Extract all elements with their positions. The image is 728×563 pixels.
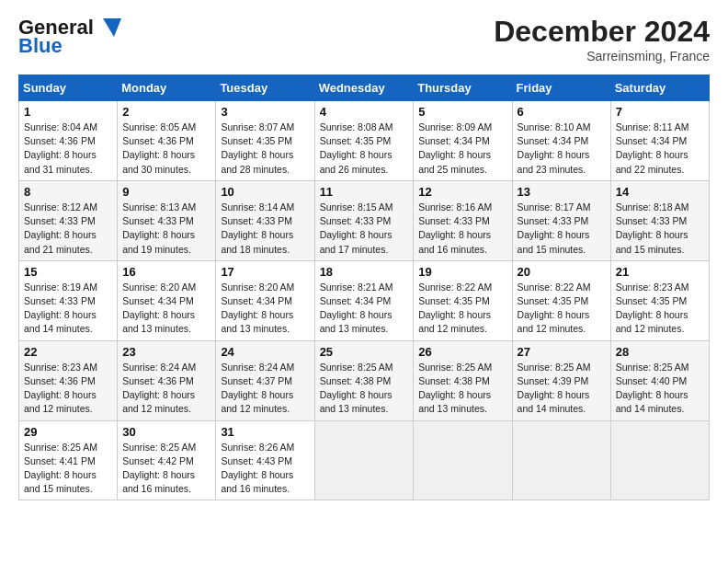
calendar-cell: 18Sunrise: 8:21 AMSunset: 4:34 PMDayligh…	[314, 260, 414, 340]
day-info: Sunrise: 8:10 AMSunset: 4:34 PMDaylight:…	[518, 121, 606, 177]
weekday-header-sunday: Sunday	[19, 75, 118, 101]
daylight-text: Daylight: 8 hours and 18 minutes.	[221, 229, 293, 254]
sunset-text: Sunset: 4:33 PM	[24, 295, 96, 306]
day-number: 7	[616, 105, 704, 119]
day-info: Sunrise: 8:26 AMSunset: 4:43 PMDaylight:…	[221, 441, 309, 497]
day-info: Sunrise: 8:04 AMSunset: 4:36 PMDaylight:…	[24, 121, 112, 177]
sunset-text: Sunset: 4:33 PM	[320, 215, 392, 226]
sunset-text: Sunset: 4:34 PM	[320, 295, 392, 306]
sunset-text: Sunset: 4:34 PM	[122, 295, 194, 306]
calendar-cell	[414, 420, 512, 500]
day-info: Sunrise: 8:25 AMSunset: 4:40 PMDaylight:…	[616, 361, 704, 417]
sunrise-text: Sunrise: 8:12 AM	[24, 201, 97, 213]
day-info: Sunrise: 8:22 AMSunset: 4:35 PMDaylight:…	[518, 281, 606, 337]
calendar-cell	[314, 420, 414, 500]
sunset-text: Sunset: 4:37 PM	[221, 375, 292, 386]
daylight-text: Daylight: 8 hours and 28 minutes.	[221, 149, 293, 174]
sunrise-text: Sunrise: 8:15 AM	[320, 201, 393, 213]
sunset-text: Sunset: 4:34 PM	[616, 135, 688, 146]
sunset-text: Sunset: 4:36 PM	[122, 135, 194, 146]
sunset-text: Sunset: 4:43 PM	[221, 455, 292, 466]
daylight-text: Daylight: 8 hours and 13 minutes.	[320, 389, 392, 414]
svg-marker-0	[103, 18, 121, 37]
daylight-text: Daylight: 8 hours and 23 minutes.	[518, 149, 590, 174]
daylight-text: Daylight: 8 hours and 26 minutes.	[320, 149, 392, 174]
daylight-text: Daylight: 8 hours and 21 minutes.	[24, 229, 97, 254]
calendar-cell: 23Sunrise: 8:24 AMSunset: 4:36 PMDayligh…	[118, 340, 216, 420]
calendar-cell: 5Sunrise: 8:09 AMSunset: 4:34 PMDaylight…	[414, 101, 512, 181]
calendar-cell: 11Sunrise: 8:15 AMSunset: 4:33 PMDayligh…	[314, 180, 414, 260]
day-number: 24	[221, 345, 309, 359]
day-number: 13	[518, 185, 606, 199]
daylight-text: Daylight: 8 hours and 22 minutes.	[616, 149, 688, 174]
day-number: 8	[24, 185, 112, 199]
page-header: General Blue December 2024 Sarreinsming,…	[18, 15, 710, 63]
day-info: Sunrise: 8:12 AMSunset: 4:33 PMDaylight:…	[24, 201, 112, 257]
daylight-text: Daylight: 8 hours and 25 minutes.	[418, 149, 491, 174]
day-number: 6	[518, 105, 606, 119]
day-number: 17	[221, 265, 309, 279]
day-info: Sunrise: 8:19 AMSunset: 4:33 PMDaylight:…	[24, 281, 112, 337]
calendar-cell: 21Sunrise: 8:23 AMSunset: 4:35 PMDayligh…	[610, 260, 709, 340]
daylight-text: Daylight: 8 hours and 15 minutes.	[518, 229, 590, 254]
sunrise-text: Sunrise: 8:22 AM	[418, 282, 492, 293]
sunrise-text: Sunrise: 8:04 AM	[24, 121, 97, 132]
day-number: 30	[122, 425, 210, 439]
day-info: Sunrise: 8:25 AMSunset: 4:38 PMDaylight:…	[418, 361, 506, 417]
sunrise-text: Sunrise: 8:21 AM	[320, 282, 393, 293]
calendar-week-2: 8Sunrise: 8:12 AMSunset: 4:33 PMDaylight…	[19, 180, 710, 260]
calendar-cell: 30Sunrise: 8:25 AMSunset: 4:42 PMDayligh…	[118, 420, 216, 500]
day-info: Sunrise: 8:25 AMSunset: 4:38 PMDaylight:…	[320, 361, 409, 417]
sunrise-text: Sunrise: 8:25 AM	[518, 362, 591, 373]
day-info: Sunrise: 8:20 AMSunset: 4:34 PMDaylight:…	[122, 281, 210, 337]
calendar-week-5: 29Sunrise: 8:25 AMSunset: 4:41 PMDayligh…	[19, 420, 710, 500]
day-number: 27	[518, 345, 606, 359]
sunset-text: Sunset: 4:33 PM	[221, 215, 292, 226]
day-info: Sunrise: 8:05 AMSunset: 4:36 PMDaylight:…	[122, 121, 210, 177]
day-number: 21	[616, 265, 704, 279]
calendar-cell: 7Sunrise: 8:11 AMSunset: 4:34 PMDaylight…	[610, 101, 709, 181]
sunrise-text: Sunrise: 8:19 AM	[24, 282, 97, 293]
day-number: 29	[24, 425, 112, 439]
calendar-table: SundayMondayTuesdayWednesdayThursdayFrid…	[18, 75, 710, 500]
daylight-text: Daylight: 8 hours and 13 minutes.	[320, 309, 392, 334]
calendar-cell: 20Sunrise: 8:22 AMSunset: 4:35 PMDayligh…	[512, 260, 610, 340]
sunrise-text: Sunrise: 8:13 AM	[122, 201, 196, 213]
month-title: December 2024	[494, 15, 710, 49]
logo-blue-text: Blue	[18, 35, 63, 57]
sunset-text: Sunset: 4:35 PM	[518, 295, 589, 306]
day-info: Sunrise: 8:25 AMSunset: 4:42 PMDaylight:…	[122, 441, 210, 497]
day-info: Sunrise: 8:11 AMSunset: 4:34 PMDaylight:…	[616, 121, 704, 177]
sunset-text: Sunset: 4:40 PM	[616, 375, 688, 386]
day-info: Sunrise: 8:08 AMSunset: 4:35 PMDaylight:…	[320, 121, 409, 177]
sunrise-text: Sunrise: 8:14 AM	[221, 201, 294, 213]
weekday-header-thursday: Thursday	[414, 75, 512, 101]
sunset-text: Sunset: 4:34 PM	[518, 135, 589, 146]
day-number: 5	[418, 105, 506, 119]
daylight-text: Daylight: 8 hours and 17 minutes.	[320, 229, 392, 254]
daylight-text: Daylight: 8 hours and 16 minutes.	[122, 469, 195, 494]
day-info: Sunrise: 8:13 AMSunset: 4:33 PMDaylight:…	[122, 201, 210, 257]
daylight-text: Daylight: 8 hours and 16 minutes.	[221, 469, 293, 494]
location: Sarreinsming, France	[494, 49, 710, 63]
daylight-text: Daylight: 8 hours and 12 minutes.	[518, 309, 590, 334]
sunset-text: Sunset: 4:34 PM	[418, 135, 490, 146]
day-number: 12	[418, 185, 506, 199]
day-info: Sunrise: 8:21 AMSunset: 4:34 PMDaylight:…	[320, 281, 409, 337]
sunset-text: Sunset: 4:33 PM	[122, 215, 194, 226]
calendar-cell: 29Sunrise: 8:25 AMSunset: 4:41 PMDayligh…	[19, 420, 118, 500]
calendar-cell: 17Sunrise: 8:20 AMSunset: 4:34 PMDayligh…	[216, 260, 314, 340]
day-info: Sunrise: 8:22 AMSunset: 4:35 PMDaylight:…	[418, 281, 506, 337]
day-info: Sunrise: 8:23 AMSunset: 4:36 PMDaylight:…	[24, 361, 112, 417]
day-number: 31	[221, 425, 309, 439]
sunrise-text: Sunrise: 8:08 AM	[320, 121, 393, 132]
weekday-header-friday: Friday	[512, 75, 610, 101]
day-info: Sunrise: 8:18 AMSunset: 4:33 PMDaylight:…	[616, 201, 704, 257]
daylight-text: Daylight: 8 hours and 30 minutes.	[122, 149, 195, 174]
calendar-cell: 9Sunrise: 8:13 AMSunset: 4:33 PMDaylight…	[118, 180, 216, 260]
sunrise-text: Sunrise: 8:25 AM	[616, 362, 689, 373]
sunset-text: Sunset: 4:35 PM	[616, 295, 688, 306]
title-block: December 2024 Sarreinsming, France	[494, 15, 710, 63]
daylight-text: Daylight: 8 hours and 15 minutes.	[616, 229, 688, 254]
sunset-text: Sunset: 4:34 PM	[221, 295, 292, 306]
